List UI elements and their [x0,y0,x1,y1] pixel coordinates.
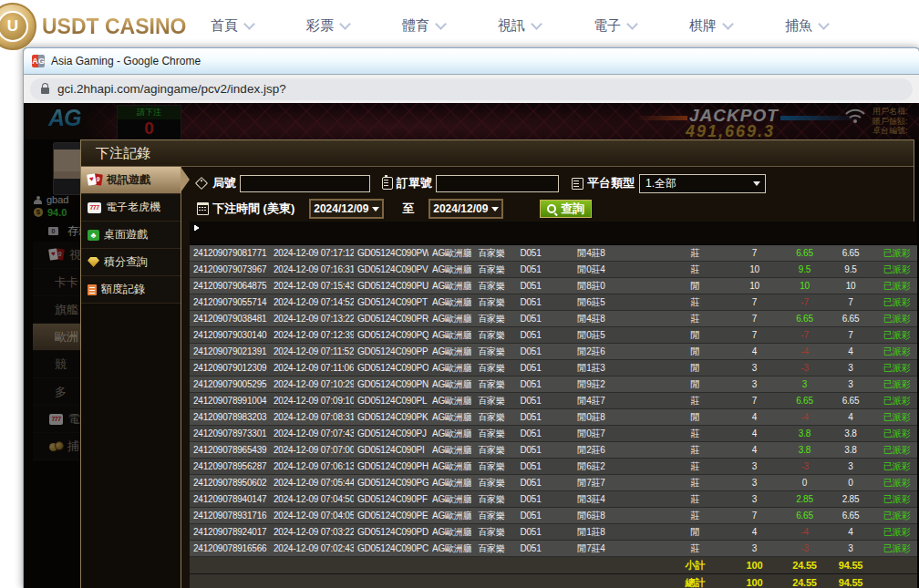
cell-order: 241209078916566 [190,541,270,557]
main-nav: 首頁 彩票 體育 視訊 電子 棋牌 捕魚 [184,0,854,52]
menu-item-slot-machines[interactable]: 電子老虎機 [81,194,181,222]
nav-item-sports[interactable]: 體育 [376,17,471,35]
cell-video [633,508,666,524]
table-row: 241209078991004 2024-12-09 07:09:10 GD05… [190,393,917,409]
round-number-input[interactable] [240,175,370,192]
cell-result: 閒0莊8 [550,409,633,426]
cell-game: 百家樂 [471,524,511,541]
cell-video [633,360,666,377]
list-icon [572,178,583,190]
nav-item-lottery[interactable]: 彩票 [280,17,376,35]
cell-time: 2024-12-09 07:15:43 [270,278,354,294]
cell-round: GD05124C090PP [354,344,429,360]
cell-payout: 6.65 [784,508,825,524]
cell-playtype: 莊 [666,459,725,475]
nav-item-home[interactable]: 首頁 [184,17,280,35]
chevron-down-icon [722,18,734,30]
cell-video [633,262,666,278]
cell-valid: 6.65 [825,311,876,327]
cell-order: 241209078940147 [190,491,270,508]
page-content: AG ASIA GAMING 請下注 0 JACKPOT 491,669.3 用… [24,103,919,588]
cell-platform: AG歐洲廳 [429,508,471,524]
menu-item-points-query[interactable]: 積分查詢 [81,249,181,276]
cell-game: 百家樂 [471,360,511,377]
nav-item-cards[interactable]: 棋牌 [663,17,759,35]
cell-playtype: 閒 [666,377,725,393]
search-icon [547,204,556,213]
cell-valid: 6.65 [825,393,876,409]
cell-playtype: 莊 [666,393,725,409]
cell-bet: 7 [725,311,784,327]
nav-item-label: 體育 [402,17,429,35]
table-row: 241209078950602 2024-12-09 07:05:44 GD05… [190,475,917,491]
chevron-down-icon [626,18,638,30]
window-titlebar[interactable]: A G Asia Gaming - Google Chrome [24,48,919,75]
cell-bet: 3 [725,360,784,377]
bet-records-table: 241209079081771 2024-12-09 07:17:12 GD05… [190,222,917,588]
table-row: 241209079012309 2024-12-09 07:11:06 GD05… [190,360,917,377]
column-header-game [471,222,511,245]
cell-round: GD05124C090PE [354,508,429,524]
menu-item-quota-records[interactable]: 額度記錄 [81,276,181,304]
cell-result: 閒2莊6 [550,344,633,360]
menu-item-video-games[interactable]: 視訊遊戲 [81,167,181,194]
cell-video [633,245,666,262]
status-badge: 已派彩 [876,294,917,311]
url-bar: gci.2hhapi.com/agingame/pcv2/index.jsp? [24,75,919,104]
cell-result: 閒0莊5 [550,327,633,344]
status-badge: 已派彩 [876,541,917,557]
table-row: 241209079064875 2024-12-09 07:15:43 GD05… [190,278,917,294]
cell-time: 2024-12-09 07:14:52 [270,294,354,311]
cell-game: 百家樂 [471,327,511,344]
cell-time: 2024-12-09 07:16:31 [270,262,354,278]
cell-video [633,426,666,442]
status-badge: 已派彩 [876,344,917,360]
cell-playtype: 閒 [666,278,725,294]
nav-item-label: 捕魚 [785,17,812,35]
url-text: gci.2hhapi.com/agingame/pcv2/index.jsp? [57,82,286,96]
table-row: 241209078931716 2024-12-09 07:04:05 GD05… [190,508,917,524]
site-logo[interactable]: U USDT CASINO [0,3,186,50]
cell-valid: 3 [825,541,876,557]
column-header-status [876,222,917,245]
search-button[interactable]: 查詢 [540,200,592,218]
order-number-input[interactable] [436,175,559,192]
cell-bet: 10 [725,278,784,294]
nav-item-fishing[interactable]: 捕魚 [759,17,854,35]
cell-payout: 2.85 [784,491,825,508]
address-field[interactable]: gci.2hhapi.com/agingame/pcv2/index.jsp? [30,78,913,100]
cell-order: 241209079038481 [190,311,270,327]
cell-game: 百家樂 [471,262,511,278]
cell-playtype: 莊 [666,508,725,524]
cell-order: 241209079064875 [190,278,270,294]
menu-item-table-games[interactable]: 桌面遊戲 [81,222,181,249]
tag-icon [195,177,208,190]
cell-valid: 3.8 [825,442,876,459]
menu-item-label: 積分查詢 [104,254,148,270]
cell-playtype: 莊 [666,475,725,491]
cell-table: D051 [511,393,550,409]
column-header-bet [725,222,784,245]
platform-type-select[interactable]: 1.全部 [639,174,766,193]
cell-playtype: 莊 [666,262,725,278]
status-badge: 已派彩 [876,475,917,491]
cell-platform: AG歐洲廳 [429,278,471,294]
cell-platform: AG歐洲廳 [429,442,471,459]
date-to-picker[interactable]: 2024/12/09 [429,199,503,219]
cell-round: GD05124C090PO [354,360,429,377]
nav-item-slots[interactable]: 電子 [567,17,663,35]
cell-bet: 3 [725,541,784,557]
modal-body: 局號 訂單號 平台類型 1.全部 下注時間 (美東) [181,167,914,588]
status-badge: 已派彩 [876,311,917,327]
platform-type-value: 1.全部 [645,176,676,191]
cell-result: 閒3莊4 [550,491,633,508]
nav-item-label: 彩票 [306,17,334,35]
date-from-picker[interactable]: 2024/12/09 [309,199,384,219]
table-row: 241209079055714 2024-12-09 07:14:52 GD05… [190,294,917,311]
nav-item-live[interactable]: 視訊 [471,17,567,35]
menu-item-label: 桌面遊戲 [104,227,148,242]
status-badge: 已派彩 [876,409,917,426]
cell-game: 百家樂 [471,426,511,442]
table-header-row [190,222,917,245]
dropdown-arrow-icon [372,207,379,211]
